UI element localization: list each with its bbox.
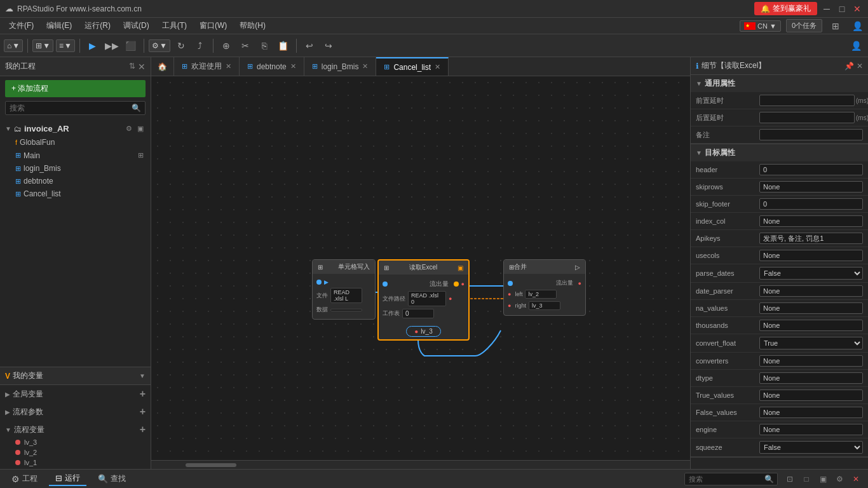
tab-home[interactable]: 🏠	[151, 57, 174, 76]
vars-header[interactable]: V 我的变量 ▼	[0, 367, 151, 385]
read-file-field[interactable]: READ .xlsl 0	[408, 291, 446, 306]
skiprows-input[interactable]	[759, 181, 863, 193]
bottom-search-icon[interactable]: 🔍	[761, 473, 777, 485]
menu-tools[interactable]: 工具(T)	[156, 18, 193, 33]
lv3-badge[interactable]: ● lv_3	[406, 326, 440, 337]
copy-icon[interactable]: ⎘	[256, 37, 273, 54]
play-all-button[interactable]: ▶▶	[104, 37, 120, 54]
redo-icon[interactable]: ↪	[320, 37, 337, 54]
bottom-tab-project[interactable]: ⚙ 工程	[5, 472, 44, 485]
tab-debtnote[interactable]: ⊞ debtnote ✕	[240, 57, 304, 76]
add-flow-button[interactable]: + 添加流程	[5, 80, 146, 97]
close-button[interactable]: ✕	[851, 3, 863, 15]
canvas[interactable]: ⊞ 单元格写入 ▶ 文件 READ .xlsl L 数据	[151, 76, 690, 460]
bottom-action-1[interactable]: ⊡	[783, 472, 797, 486]
apikeys-input[interactable]	[759, 233, 863, 244]
false-values-input[interactable]	[759, 407, 863, 418]
right-panel-close[interactable]: ✕	[857, 62, 863, 71]
refresh-icon[interactable]: ↻	[173, 37, 189, 54]
thousands-input[interactable]	[759, 320, 863, 331]
project-action-1[interactable]: ⚙	[124, 124, 134, 133]
bottom-tab-run[interactable]: ⊟ 运行	[49, 471, 86, 486]
date-parser-input[interactable]	[759, 285, 863, 297]
tab-loginbmis[interactable]: ⊞ login_Bmis ✕	[304, 57, 377, 76]
tree-item-globalfun[interactable]: f GlobalFun	[0, 136, 151, 149]
menu-file[interactable]: 文件(F)	[3, 18, 40, 33]
var-item-lv1[interactable]: lv_1	[0, 458, 151, 468]
project-root[interactable]: ▼ 🗂 invoice_AR ⚙ ▣	[0, 121, 151, 136]
tab-login-close[interactable]: ✕	[362, 62, 368, 71]
search-icon[interactable]: 🔍	[128, 102, 145, 114]
add-flow-var[interactable]: +	[140, 424, 146, 435]
add-global-var[interactable]: +	[140, 388, 146, 400]
var-item-lv2[interactable]: lv_2	[0, 447, 151, 458]
export-icon[interactable]: ⤴	[192, 37, 208, 54]
target-props-header[interactable]: ▼ 目标属性	[691, 144, 868, 161]
tab-welcome[interactable]: ⊞ 欢迎使用 ✕	[174, 57, 240, 76]
tab-welcome-close[interactable]: ✕	[226, 62, 231, 71]
toolbar-dropdown-3[interactable]: ≡ ▼	[56, 39, 75, 52]
node-merge[interactable]: ⊞ 合并 ▷ 流出量 ● ● left lv_2	[503, 259, 586, 316]
port-in-1[interactable]	[316, 280, 322, 285]
true-values-input[interactable]	[759, 390, 863, 401]
node-read-excel[interactable]: ⊞ 读取Excel ▣ 流出量 ● 文件路径 READ .xlsl 0 ●	[377, 259, 470, 341]
play-button[interactable]: ▶	[85, 37, 101, 54]
profile-icon[interactable]: 👤	[849, 18, 865, 34]
paste-icon[interactable]: 📋	[275, 37, 292, 54]
engine-input[interactable]	[759, 424, 863, 435]
vars-global-header[interactable]: ▶ 全局变量 +	[0, 386, 151, 402]
error-port[interactable]: ●	[461, 281, 465, 287]
cell-file-field[interactable]: READ .xlsl L	[330, 288, 362, 303]
menu-window[interactable]: 窗口(W)	[193, 18, 233, 33]
header-input[interactable]	[759, 164, 863, 175]
dtype-input[interactable]	[759, 372, 863, 384]
convert-float-select[interactable]: TrueFalse	[759, 337, 863, 349]
pre-delay-input[interactable]	[759, 95, 855, 106]
tree-item-cancellist[interactable]: ⊞ Cancel_list	[0, 187, 151, 200]
port-out-read[interactable]	[454, 281, 459, 287]
toolbar-dropdown-4[interactable]: ⚙ ▼	[149, 39, 170, 52]
bottom-tab-find[interactable]: 🔍 查找	[92, 472, 132, 485]
menu-debug[interactable]: 调试(D)	[117, 18, 156, 33]
usecols-input[interactable]	[759, 250, 863, 261]
project-action-2[interactable]: ▣	[135, 124, 146, 133]
bottom-action-4[interactable]: ⚙	[832, 472, 846, 486]
menu-run[interactable]: 运行(R)	[78, 18, 117, 33]
search-input[interactable]	[6, 102, 128, 114]
add-param-var[interactable]: +	[140, 406, 146, 417]
bottom-action-3[interactable]: ▣	[816, 472, 830, 486]
tasks-button[interactable]: 0个任务	[786, 19, 822, 32]
zoom-icon[interactable]: ⊕	[218, 37, 234, 54]
vars-params-header[interactable]: ▶ 流程参数 +	[0, 404, 151, 419]
na-values-input[interactable]	[759, 302, 863, 314]
canvas-scrollbar[interactable]	[151, 460, 690, 469]
restore-button[interactable]: □	[836, 3, 848, 15]
node-cell-write[interactable]: ⊞ 单元格写入 ▶ 文件 READ .xlsl L 数据	[312, 259, 376, 320]
menu-help[interactable]: 帮助(H)	[233, 18, 272, 33]
tab-cancel-close[interactable]: ✕	[435, 63, 440, 71]
port-in-merge[interactable]	[508, 281, 513, 286]
merge-right-field[interactable]: lv_3	[529, 301, 560, 310]
language-selector[interactable]: CN ▼	[740, 20, 781, 32]
tab-cancellist[interactable]: ⊞ Cancel_list ✕	[376, 57, 449, 76]
skip-footer-input[interactable]	[759, 198, 863, 210]
menu-edit[interactable]: 编辑(E)	[40, 18, 78, 33]
read-sheet-field[interactable]: 0	[402, 309, 434, 318]
tree-item-main[interactable]: ⊞ Main ⊞	[0, 149, 151, 162]
common-props-header[interactable]: ▼ 通用属性	[691, 75, 868, 92]
note-input[interactable]	[759, 129, 863, 140]
toolbar-dropdown-2[interactable]: ⊞ ▼	[32, 39, 53, 52]
tree-item-loginbmis[interactable]: ⊞ login_Bmis	[0, 162, 151, 175]
right-panel-pin[interactable]: 📌	[844, 62, 854, 71]
bottom-action-2[interactable]: □	[799, 472, 813, 486]
squeeze-select[interactable]: FalseTrue	[759, 441, 863, 454]
converters-input[interactable]	[759, 355, 863, 367]
stop-button[interactable]: ⬛	[123, 37, 139, 54]
undo-icon[interactable]: ↩	[301, 37, 318, 54]
sort-icon[interactable]: ⇅	[129, 62, 135, 72]
cut-icon[interactable]: ✂	[237, 37, 254, 54]
var-item-lv3[interactable]: lv_3	[0, 437, 151, 447]
sign-button[interactable]: 🔔 签到赢豪礼	[754, 2, 817, 15]
tab-debtnote-close[interactable]: ✕	[290, 62, 296, 71]
bottom-search-input[interactable]	[685, 474, 761, 484]
